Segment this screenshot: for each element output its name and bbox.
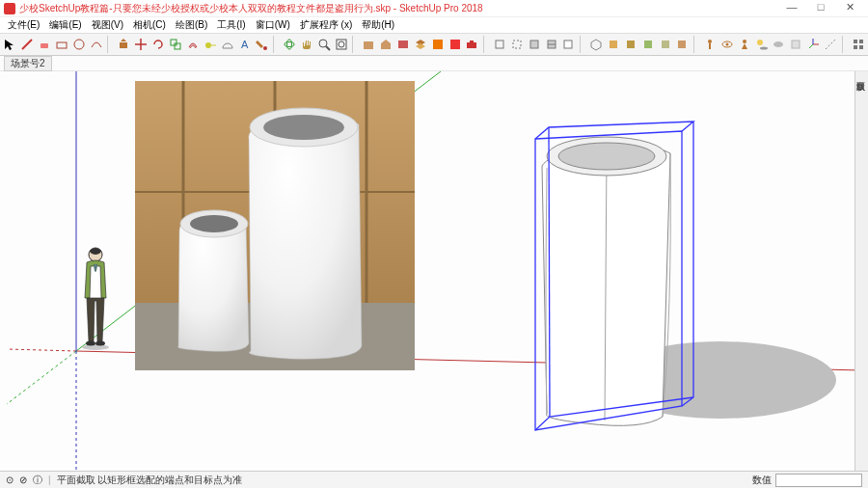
view-right-icon[interactable] <box>639 36 656 53</box>
geo-icon[interactable]: ⊙ <box>6 474 14 485</box>
ext-warehouse-icon[interactable] <box>394 36 411 53</box>
select-tool-icon[interactable] <box>2 36 18 53</box>
viewport[interactable] <box>0 71 868 471</box>
svg-point-10 <box>263 46 267 50</box>
zoom-extents-icon[interactable] <box>333 36 349 53</box>
axes-icon[interactable] <box>805 36 822 53</box>
svg-line-14 <box>326 46 330 50</box>
position-cam-icon[interactable] <box>736 36 752 53</box>
view-left-icon[interactable] <box>674 36 691 53</box>
svg-point-60 <box>263 115 344 140</box>
svg-rect-32 <box>662 41 669 48</box>
menu-file[interactable]: 文件(E) <box>4 18 43 32</box>
menu-extensions[interactable]: 扩展程序 (x) <box>296 18 356 32</box>
svg-point-38 <box>743 40 746 43</box>
default-tray[interactable]: 默认面板 <box>854 71 868 471</box>
svg-point-39 <box>757 40 763 45</box>
red-axis-neg <box>7 349 76 351</box>
protractor-tool-icon[interactable] <box>219 36 235 53</box>
credits-icon[interactable]: ⓘ <box>33 474 42 487</box>
menu-tools[interactable]: 工具(I) <box>213 18 249 32</box>
large-toolset-icon[interactable] <box>850 36 866 53</box>
svg-rect-33 <box>678 41 686 48</box>
close-button[interactable]: ✕ <box>835 1 864 16</box>
menu-draw[interactable]: 绘图(B) <box>172 18 211 32</box>
minimize-button[interactable]: — <box>777 1 806 16</box>
svg-rect-1 <box>41 43 48 48</box>
camera-icon[interactable] <box>464 36 480 53</box>
shadow-icon[interactable] <box>753 36 770 53</box>
tape-tool-icon[interactable] <box>202 36 218 53</box>
svg-rect-2 <box>57 42 67 48</box>
svg-rect-20 <box>450 40 460 49</box>
walk-tool-icon[interactable] <box>702 36 719 53</box>
offset-tool-icon[interactable] <box>184 36 201 53</box>
menu-window[interactable]: 窗口(W) <box>252 18 294 32</box>
svg-rect-29 <box>610 41 617 48</box>
status-hint: 平面截取 以矩形框选配的端点和目标点为准 <box>57 474 243 487</box>
svg-rect-48 <box>859 40 863 43</box>
svg-point-62 <box>190 215 238 232</box>
menu-help[interactable]: 帮助(H) <box>358 18 398 32</box>
style-mono-icon[interactable] <box>560 36 577 53</box>
view-iso-icon[interactable] <box>588 36 605 53</box>
scene-tab-bar: 场景号2 <box>0 56 868 71</box>
menu-view[interactable]: 视图(V) <box>88 18 127 32</box>
style-hidden-icon[interactable] <box>508 36 525 53</box>
vase-model[interactable] <box>542 137 670 425</box>
svg-text:A: A <box>241 39 249 50</box>
warehouse-icon[interactable] <box>378 36 394 53</box>
svg-rect-47 <box>854 40 857 43</box>
fog-icon[interactable] <box>771 36 787 53</box>
circle-tool-icon[interactable] <box>71 36 88 53</box>
svg-rect-21 <box>467 42 476 48</box>
style-shaded-icon[interactable] <box>526 36 542 53</box>
scene-tab[interactable]: 场景号2 <box>4 56 52 71</box>
layers-icon[interactable] <box>412 36 428 53</box>
maximize-button[interactable]: □ <box>806 1 835 16</box>
component-icon[interactable] <box>361 36 377 53</box>
svg-point-16 <box>339 41 344 47</box>
person-icon[interactable]: ⊘ <box>19 474 27 485</box>
reference-photo[interactable] <box>135 81 415 370</box>
svg-rect-24 <box>513 41 521 48</box>
xray-icon[interactable] <box>788 36 804 53</box>
svg-rect-30 <box>627 41 635 48</box>
rotate-tool-icon[interactable] <box>150 36 167 53</box>
svg-rect-25 <box>530 41 538 48</box>
arc-tool-icon[interactable] <box>88 36 104 53</box>
paint-tool-icon[interactable] <box>254 36 270 53</box>
svg-rect-49 <box>854 45 857 49</box>
pushpull-tool-icon[interactable] <box>116 36 132 53</box>
svg-point-67 <box>95 341 105 346</box>
svg-line-45 <box>809 44 813 48</box>
view-top-icon[interactable] <box>605 36 621 53</box>
guides-icon[interactable] <box>823 36 839 53</box>
text-tool-icon[interactable]: A <box>236 36 253 53</box>
look-tool-icon[interactable] <box>719 36 735 53</box>
svg-point-7 <box>205 42 211 48</box>
svg-rect-5 <box>171 40 176 45</box>
status-sep: | <box>48 474 51 485</box>
style-texture-icon[interactable] <box>543 36 559 53</box>
zoom-tool-icon[interactable] <box>315 36 332 53</box>
menu-edit[interactable]: 编辑(E) <box>45 18 85 32</box>
title-bar: 少校SketchUp教程篇-只要您未经少校授权或少校本人双双的教程文件都是盗用行… <box>0 0 868 17</box>
view-front-icon[interactable] <box>622 36 638 53</box>
menu-camera[interactable]: 相机(C) <box>129 18 170 32</box>
svg-point-41 <box>773 41 783 47</box>
move-tool-icon[interactable] <box>133 36 149 53</box>
style-wire-icon[interactable] <box>492 36 508 53</box>
pan-tool-icon[interactable] <box>298 36 314 53</box>
view-back-icon[interactable] <box>657 36 673 53</box>
section-icon[interactable] <box>429 36 446 53</box>
eraser-tool-icon[interactable] <box>37 36 53 53</box>
line-tool-icon[interactable] <box>19 36 36 53</box>
scale-tool-icon[interactable] <box>168 36 184 53</box>
section-display-icon[interactable] <box>447 36 463 53</box>
svg-rect-42 <box>792 41 800 48</box>
measurement-input[interactable] <box>775 474 862 487</box>
orbit-tool-icon[interactable] <box>282 36 298 53</box>
rect-tool-icon[interactable] <box>54 36 70 53</box>
scale-figure[interactable] <box>75 245 116 351</box>
